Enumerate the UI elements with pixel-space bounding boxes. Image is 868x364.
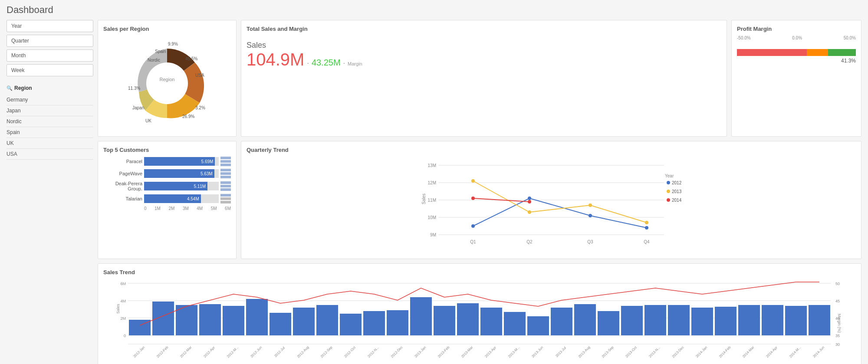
svg-point-30 (471, 179, 475, 183)
sidebar: Year Quarter Month Week 🔍 Region Germany… (7, 20, 93, 364)
svg-point-0 (146, 62, 188, 104)
svg-text:2012-Jul: 2012-Jul (273, 346, 286, 358)
svg-text:10M: 10M (428, 215, 436, 220)
region-item-japan[interactable]: Japan (7, 105, 93, 116)
svg-text:Q1: Q1 (470, 239, 476, 244)
dashboard: Dashboard Year Quarter Month Week 🔍 Regi… (0, 0, 868, 364)
svg-text:2014-Apr: 2014-Apr (765, 345, 778, 358)
svg-text:2014-Mar: 2014-Mar (742, 345, 755, 359)
svg-text:2013-Jan: 2013-Jan (414, 345, 427, 358)
svg-text:2013-N...: 2013-N... (648, 345, 661, 358)
svg-text:Sales: Sales (116, 304, 120, 314)
svg-rect-85 (715, 307, 736, 335)
svg-text:45: 45 (835, 299, 840, 303)
svg-text:9.9%: 9.9% (168, 42, 178, 46)
svg-text:2013-Aug: 2013-Aug (578, 345, 591, 359)
svg-text:2012-Sep: 2012-Sep (320, 345, 333, 358)
region-item-uk[interactable]: UK (7, 138, 93, 149)
svg-point-27 (528, 197, 531, 200)
svg-text:2012-Feb: 2012-Feb (156, 345, 169, 359)
customers-title: Top 5 Customers (103, 147, 231, 153)
svg-rect-89 (809, 305, 830, 335)
svg-rect-78 (551, 308, 572, 335)
region-section-title: 🔍 Region (7, 85, 93, 91)
region-section: 🔍 Region Germany Japan Nordic Spain UK U… (7, 85, 93, 160)
svg-text:2012-Dec: 2012-Dec (390, 345, 404, 359)
sales-trend-svg: 6M 4M 2M 0 Sales 50 45 40 35 30 Margin (… (103, 279, 856, 361)
svg-text:2014-Jan: 2014-Jan (695, 345, 708, 358)
svg-text:2013-Jul: 2013-Jul (555, 346, 567, 358)
svg-text:2014-Feb: 2014-Feb (718, 345, 732, 359)
customer-name-0: Paracel (103, 159, 142, 164)
svg-text:Japan: Japan (132, 105, 144, 110)
customer-row-3: Talarian 4.54M (103, 194, 231, 203)
profit-margin-panel: Profit Margin -50.0% 0.0% 50.0% 41.3% (731, 20, 861, 137)
svg-rect-65 (246, 299, 268, 335)
svg-text:4M: 4M (120, 299, 126, 303)
region-item-spain[interactable]: Spain (7, 127, 93, 138)
filter-week[interactable]: Week (7, 64, 93, 76)
svg-text:30: 30 (835, 342, 840, 347)
svg-rect-79 (574, 304, 596, 335)
svg-text:12M: 12M (428, 180, 436, 185)
svg-text:2012-Aug: 2012-Aug (296, 345, 310, 359)
svg-text:11.3%: 11.3% (128, 86, 140, 91)
svg-text:3.2%: 3.2% (195, 105, 205, 110)
svg-text:2013-M...: 2013-M... (507, 345, 520, 358)
sales-value: 104.9M (247, 50, 304, 69)
profit-value: 41.3% (737, 58, 856, 64)
customer-name-2: Deak-Perera Group. (103, 181, 142, 191)
svg-text:45.5%: 45.5% (185, 56, 197, 61)
svg-text:26.9%: 26.9% (182, 114, 194, 119)
svg-point-26 (471, 224, 475, 228)
svg-text:Year: Year (665, 174, 674, 178)
svg-rect-83 (668, 305, 690, 335)
filter-quarter[interactable]: Quarter (7, 35, 93, 47)
svg-text:Sales: Sales (421, 193, 426, 204)
svg-rect-73 (434, 306, 455, 335)
svg-point-35 (528, 200, 531, 203)
svg-point-37 (667, 181, 670, 184)
svg-text:9M: 9M (430, 233, 436, 237)
bar-fill-1: 5.63M (144, 169, 214, 178)
filter-month[interactable]: Month (7, 49, 93, 62)
sales-label: Sales (247, 41, 721, 50)
quarterly-panel: Quarterly Trend 13M 12M 11M (241, 141, 861, 259)
svg-rect-86 (738, 305, 760, 335)
svg-point-34 (471, 197, 475, 200)
bar-value-2: 5.11M (194, 184, 206, 189)
search-icon: 🔍 (7, 85, 13, 91)
svg-rect-71 (387, 310, 408, 335)
region-item-germany[interactable]: Germany (7, 95, 93, 105)
svg-rect-63 (199, 304, 221, 335)
svg-point-28 (589, 214, 592, 217)
svg-text:2014-M...: 2014-M... (789, 345, 802, 358)
svg-point-31 (528, 210, 531, 214)
profit-bar-green (828, 49, 856, 56)
bar-fill-3: 4.54M (144, 194, 201, 203)
svg-text:2013-Apr: 2013-Apr (484, 345, 497, 358)
quarterly-title: Quarterly Trend (247, 147, 856, 153)
profit-bar: 41.3% (737, 49, 856, 59)
svg-text:6M: 6M (120, 282, 126, 286)
svg-rect-67 (293, 308, 315, 335)
svg-text:2013-Jun: 2013-Jun (531, 345, 544, 358)
quarterly-svg: 13M 12M 11M 10M 9M Q1 Q2 Q3 Q4 (247, 157, 856, 252)
svg-text:Margin (%): Margin (%) (837, 314, 842, 333)
svg-text:0: 0 (124, 334, 126, 338)
region-item-nordic[interactable]: Nordic (7, 116, 93, 127)
svg-point-41 (667, 198, 670, 202)
bar-track-1: 5.63M (144, 169, 219, 178)
region-item-usa[interactable]: USA (7, 149, 93, 160)
svg-text:Region: Region (160, 77, 175, 82)
profit-bar-labels: -50.0% 0.0% 50.0% (737, 36, 856, 40)
svg-text:Nordic: Nordic (148, 58, 160, 62)
bar-mini-3 (220, 194, 231, 203)
customer-name-3: Talarian (103, 196, 142, 201)
filter-year[interactable]: Year (7, 20, 93, 32)
customers-panel: Top 5 Customers Paracel 5.69M (98, 141, 237, 259)
svg-rect-69 (340, 314, 362, 335)
bar-mini-1 (220, 169, 231, 178)
svg-rect-84 (691, 308, 713, 335)
total-sales-panel: Total Sales and Margin Sales 104.9M · 43… (241, 20, 727, 137)
